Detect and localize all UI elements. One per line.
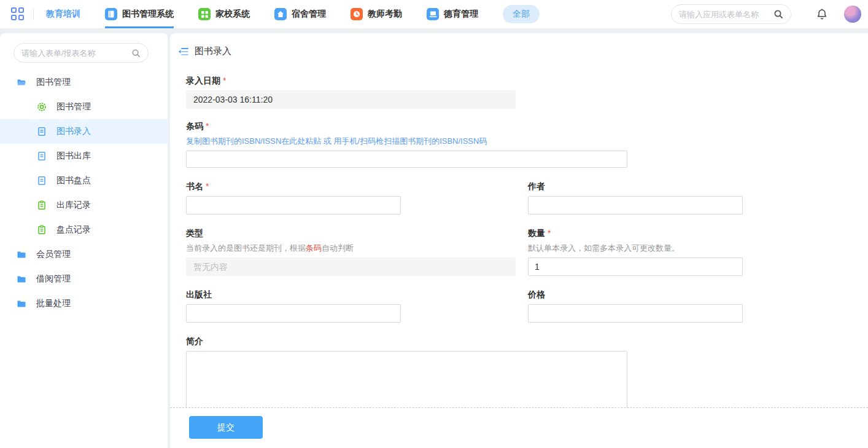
book-icon	[105, 8, 117, 20]
sidebar-item-book-checkout[interactable]: 图书出库	[0, 144, 168, 168]
tree-label: 图书管理	[56, 101, 91, 112]
book-name-input[interactable]	[186, 196, 401, 214]
doc-blue-icon	[37, 176, 47, 186]
tab-label: 宿舍管理	[292, 9, 326, 20]
intro-textarea[interactable]	[186, 351, 627, 409]
top-right-area	[671, 4, 861, 24]
clipboard-green-icon	[37, 225, 47, 235]
sidebar-item-borrow-management[interactable]: 借阅管理	[0, 267, 168, 291]
search-icon[interactable]	[131, 49, 141, 58]
book-entry-form: 录入日期 * 条码 * 复制图书期刊的ISBN/ISSN在此处粘贴 或 用手机/…	[170, 57, 868, 409]
tab-teacher-attendance[interactable]: 教师考勤	[351, 0, 402, 28]
sidebar-item-book-management-folder[interactable]: 图书管理	[0, 70, 168, 95]
quantity-input[interactable]	[528, 257, 743, 276]
sidebar-search-input[interactable]	[21, 49, 131, 58]
divider	[33, 8, 34, 20]
barcode-hint: 复制图书期刊的ISBN/ISSN在此处粘贴 或 用手机/扫码枪扫描图书期刊的IS…	[186, 136, 868, 147]
app-tabs: 教育培训 图书管理系统 家校系统 宿舍管理 教师考勤	[46, 0, 503, 28]
tab-dormitory-management[interactable]: 宿舍管理	[274, 0, 326, 28]
folder-open-icon	[17, 77, 26, 87]
required-mark: *	[548, 227, 551, 239]
required-mark: *	[223, 74, 226, 87]
user-avatar[interactable]	[844, 6, 861, 23]
tab-label: 德育管理	[444, 9, 478, 20]
form-footer: 提交	[170, 407, 868, 448]
intro-label: 简介	[186, 335, 868, 347]
all-apps-pill[interactable]: 全部	[503, 5, 540, 23]
doc-blue-icon	[37, 127, 47, 136]
main-content: 图书录入 录入日期 * 条码 * 复制图书期刊的ISBN/ISSN在此处粘贴 或…	[170, 33, 868, 448]
entry-date-field[interactable]	[186, 90, 516, 109]
global-search	[671, 4, 791, 24]
tree-label: 图书盘点	[56, 175, 91, 186]
quantity-label: 数量 *	[528, 227, 743, 239]
clock-icon	[351, 8, 363, 20]
page-title: 图书录入	[195, 45, 231, 57]
tree-label: 出库记录	[56, 200, 91, 211]
type-label: 类型	[186, 227, 516, 239]
sidebar-search	[14, 43, 149, 63]
submit-button[interactable]: 提交	[189, 416, 263, 439]
global-search-input[interactable]	[679, 10, 773, 19]
folder-icon	[17, 299, 26, 308]
tab-label: 教育培训	[46, 9, 80, 20]
tab-label: 家校系统	[215, 9, 250, 20]
book-name-label: 书名 *	[186, 180, 516, 192]
search-icon[interactable]	[773, 9, 783, 19]
folder-icon	[17, 250, 26, 259]
sidebar-item-inventory-records[interactable]: 盘点记录	[0, 218, 168, 242]
barcode-link[interactable]: 条码	[306, 243, 322, 253]
publisher-input[interactable]	[186, 304, 401, 323]
apps-grid-icon[interactable]	[11, 7, 25, 21]
sidebar-item-book-management[interactable]: 图书管理	[0, 95, 168, 119]
type-hint: 当前录入的是图书还是期刊，根据条码自动判断	[186, 243, 516, 254]
page-body: 图书管理 图书管理 图书录入 图书出库	[0, 28, 868, 448]
tab-label: 教师考勤	[368, 9, 402, 20]
tree-label: 盘点记录	[56, 224, 91, 235]
clipboard-green-icon	[37, 200, 47, 210]
tree-label: 图书录入	[56, 126, 91, 137]
sidebar: 图书管理 图书管理 图书录入 图书出库	[0, 33, 168, 448]
tree-label: 借阅管理	[36, 273, 71, 285]
required-mark: *	[206, 180, 209, 192]
target-green-icon	[37, 102, 47, 112]
doc-blue-icon	[37, 151, 47, 161]
barcode-input[interactable]	[186, 151, 627, 168]
sidebar-item-batch-processing[interactable]: 批量处理	[0, 291, 168, 316]
tree-label: 图书管理	[36, 77, 71, 88]
price-label: 价格	[528, 288, 743, 301]
sidebar-item-book-entry[interactable]: 图书录入	[0, 119, 168, 144]
notification-bell-icon[interactable]	[816, 8, 828, 20]
barcode-label: 条码 *	[186, 120, 868, 132]
home-icon	[274, 8, 287, 20]
tab-book-management-system[interactable]: 图书管理系统	[105, 0, 174, 28]
tree-label: 图书出库	[56, 151, 91, 162]
top-bar: 教育培训 图书管理系统 家校系统 宿舍管理 教师考勤	[0, 0, 868, 28]
required-mark: *	[206, 120, 209, 132]
price-input[interactable]	[528, 304, 743, 323]
author-label: 作者	[528, 180, 743, 192]
sidebar-tree: 图书管理 图书管理 图书录入 图书出库	[0, 70, 168, 316]
tree-label: 批量处理	[36, 298, 71, 309]
author-input[interactable]	[528, 196, 743, 214]
type-field[interactable]	[186, 257, 516, 276]
publisher-label: 出版社	[186, 288, 516, 301]
tree-label: 会员管理	[36, 249, 71, 260]
sidebar-item-checkout-records[interactable]: 出库记录	[0, 193, 168, 218]
menu-fold-icon[interactable]	[178, 47, 188, 57]
sidebar-item-member-management[interactable]: 会员管理	[0, 242, 168, 267]
content-header: 图书录入	[170, 33, 868, 57]
laptop-icon	[427, 8, 439, 20]
tab-moral-education-management[interactable]: 德育管理	[427, 0, 478, 28]
quantity-hint: 默认单本录入，如需多本录入可更改数量。	[528, 243, 743, 254]
tab-home-school-system[interactable]: 家校系统	[198, 0, 250, 28]
tab-label: 图书管理系统	[122, 9, 174, 20]
grid-green-icon	[198, 8, 211, 20]
tab-education-training[interactable]: 教育培训	[46, 0, 80, 28]
sidebar-item-book-inventory[interactable]: 图书盘点	[0, 168, 168, 193]
entry-date-label: 录入日期 *	[186, 74, 868, 87]
folder-icon	[17, 274, 26, 284]
